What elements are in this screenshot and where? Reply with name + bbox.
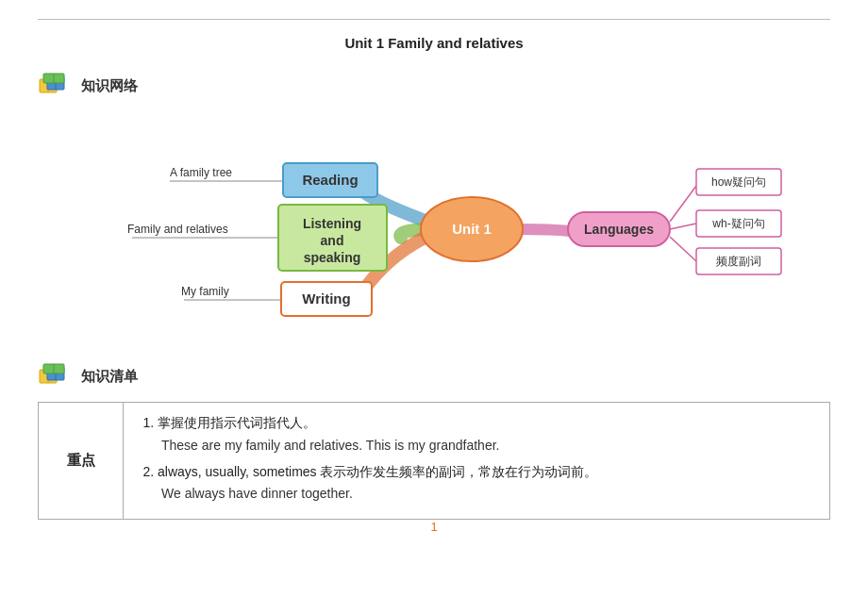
svg-text:Family and relatives: Family and relatives (127, 223, 228, 236)
top-border (38, 19, 830, 20)
svg-text:My family: My family (181, 285, 229, 298)
svg-line-25 (670, 224, 696, 229)
list-item: always, usually, sometimes 表示动作发生频率的副词，常… (158, 461, 814, 506)
svg-text:Reading: Reading (302, 172, 358, 188)
svg-text:Languages: Languages (584, 222, 654, 237)
svg-text:wh-疑问句: wh-疑问句 (711, 217, 764, 230)
svg-line-26 (670, 237, 696, 261)
svg-rect-5 (53, 74, 55, 83)
svg-text:频度副词: 频度副词 (716, 255, 761, 268)
books2-icon (38, 362, 74, 390)
mindmap-container: A family tree Family and relatives My fa… (38, 113, 830, 340)
svg-text:Writing: Writing (302, 290, 350, 307)
svg-line-24 (670, 186, 696, 222)
section2-header: 知识清单 (38, 362, 830, 390)
svg-text:and: and (321, 233, 344, 248)
svg-text:Unit 1: Unit 1 (452, 221, 492, 237)
content-list: 掌握使用指示代词指代人。 These are my family and rel… (139, 412, 814, 506)
list-item: 掌握使用指示代词指代人。 These are my family and rel… (158, 412, 814, 457)
row-label: 重点 (39, 403, 124, 520)
item2-main: always, usually, sometimes 表示动作发生频率的副词，常… (158, 464, 597, 479)
section1-header: 知识网络 (38, 72, 830, 100)
books-icon (38, 72, 74, 100)
mindmap-svg: A family tree Family and relatives My fa… (38, 113, 830, 340)
item2-sub: We always have dinner together. (158, 486, 353, 501)
svg-text:A family tree: A family tree (170, 166, 232, 179)
section1-label: 知识网络 (81, 77, 138, 95)
svg-text:speaking: speaking (304, 250, 361, 265)
table-row: 重点 掌握使用指示代词指代人。 These are my family and … (39, 403, 830, 520)
page-number: 1 (38, 520, 830, 534)
page-title: Unit 1 Family and relatives (38, 35, 830, 51)
item1-sub: These are my family and relatives. This … (158, 438, 499, 453)
item1-main: 掌握使用指示代词指代人。 (158, 415, 316, 430)
content-cell: 掌握使用指示代词指代人。 These are my family and rel… (124, 403, 830, 520)
knowledge-table: 重点 掌握使用指示代词指代人。 These are my family and … (38, 402, 830, 520)
svg-text:how疑问句: how疑问句 (711, 175, 766, 189)
svg-text:Listening: Listening (303, 216, 361, 231)
svg-rect-38 (53, 364, 55, 373)
section2-label: 知识清单 (81, 368, 138, 386)
